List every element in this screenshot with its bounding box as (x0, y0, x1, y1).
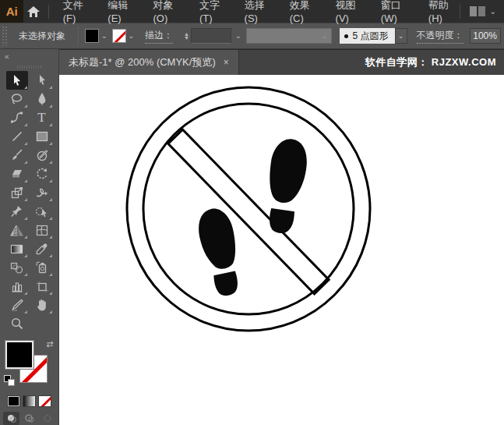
pen-tool[interactable] (31, 90, 53, 108)
draw-normal-mode-button[interactable] (3, 412, 19, 425)
perspective-grid-icon (10, 225, 23, 236)
menu-type[interactable]: 文字(T) (199, 0, 225, 24)
control-bar: 未选择对象 ⌄ ⌄ 描边： ▲▼ ⌄ ⌄ 5 点圆形 ⌄ 不透明度： 100% (0, 23, 504, 49)
hand-icon (36, 299, 48, 311)
selection-arrow-icon (11, 74, 23, 87)
brush-definition-dropdown[interactable]: 5 点圆形 ⌄ (340, 28, 407, 44)
opacity-panel-link[interactable]: 不透明度： (417, 29, 463, 44)
menu-separator (460, 5, 460, 19)
menu-items: 文件(F) 编辑(E) 对象(O) 文字(T) 选择(S) 效果(C) 视图(V… (63, 0, 455, 24)
hand-tool[interactable] (31, 296, 53, 314)
panel-drag-grip[interactable] (2, 26, 8, 46)
slice-tool[interactable] (6, 296, 28, 314)
tool-empty-cell (31, 314, 53, 333)
paintbrush-icon (11, 149, 23, 161)
selection-tool[interactable] (6, 71, 28, 90)
gradient-button[interactable] (23, 395, 36, 407)
draw-inside-icon (43, 414, 52, 423)
watermark-text: 软件自学网： RJZXW.COM (365, 50, 504, 75)
document-tab-bar: 未标题-1* @ 200% (CMYK/预览) × 软件自学网： RJZXW.C… (59, 49, 504, 75)
menu-object[interactable]: 对象(O) (153, 0, 180, 24)
blend-tool[interactable] (6, 258, 28, 277)
artboard-icon (36, 281, 48, 292)
eraser-tool[interactable] (6, 165, 28, 183)
right-shoe-sole (266, 136, 310, 205)
puppet-warp-tool[interactable] (6, 202, 28, 221)
chevron-down-icon[interactable]: ⌄ (129, 32, 135, 40)
document-tab-title: 未标题-1* @ 200% (CMYK/预览) (69, 55, 216, 69)
close-tab-icon[interactable]: × (224, 57, 229, 68)
document-tab[interactable]: 未标题-1* @ 200% (CMYK/预览) × (59, 50, 239, 75)
draw-normal-icon (7, 414, 16, 423)
menu-file[interactable]: 文件(F) (63, 0, 89, 24)
gradient-icon (10, 244, 23, 254)
no-stepping-sign (59, 75, 504, 425)
shape-builder-tool[interactable] (31, 202, 53, 221)
tool-grid: T (0, 71, 58, 333)
brush-definition-value: 5 点圆形 (353, 30, 389, 43)
eyedropper-tool[interactable] (31, 239, 53, 258)
menu-select[interactable]: 选择(S) (245, 0, 270, 24)
workspace-switcher-icon[interactable] (470, 6, 485, 16)
stroke-weight-input[interactable] (191, 28, 231, 44)
default-fill-stroke-icon[interactable] (4, 375, 15, 386)
symbol-sprayer-icon (36, 261, 48, 274)
menu-view[interactable]: 视图(V) (336, 0, 361, 24)
scale-tool[interactable] (6, 183, 28, 202)
pen-icon (37, 93, 48, 105)
blend-icon (10, 262, 23, 274)
direct-selection-tool[interactable] (31, 71, 53, 90)
mesh-tool[interactable] (31, 221, 53, 239)
home-icon (27, 6, 40, 17)
menu-window[interactable]: 窗口(W) (381, 0, 409, 24)
stroke-color-swatch[interactable] (112, 29, 126, 43)
color-button[interactable] (7, 395, 20, 407)
perspective-grid-tool[interactable] (6, 221, 28, 239)
curvature-icon (11, 112, 23, 124)
menu-edit[interactable]: 编辑(E) (107, 0, 133, 24)
chevron-down-icon[interactable]: ⌄ (490, 7, 496, 16)
chevron-down-icon[interactable]: ⌄ (101, 32, 107, 40)
selection-status-label: 未选择对象 (19, 30, 65, 43)
fill-color-swatch[interactable] (85, 29, 99, 43)
column-graph-tool[interactable] (6, 277, 28, 296)
collapse-panel-icon[interactable]: « (5, 52, 9, 61)
panel-grip[interactable] (0, 63, 58, 71)
menu-help[interactable]: 帮助(H) (428, 0, 455, 24)
type-tool[interactable]: T (31, 108, 53, 127)
chevron-down-icon[interactable]: ⌄ (235, 32, 241, 40)
line-segment-tool[interactable] (6, 127, 28, 146)
control-separator (78, 27, 79, 45)
left-shoe-sole (195, 205, 241, 272)
swap-fill-stroke-icon[interactable]: ⇄ (46, 339, 53, 349)
zoom-tool[interactable] (6, 314, 28, 333)
menu-effect[interactable]: 效果(C) (290, 0, 316, 24)
rectangle-tool[interactable] (31, 127, 53, 146)
chevron-down-icon[interactable]: ⌄ (395, 28, 407, 44)
stroke-weight-stepper[interactable]: ▲▼ (184, 32, 189, 40)
drawing-mode-buttons (0, 412, 58, 425)
paintbrush-tool[interactable] (6, 146, 28, 165)
draw-inside-mode-button[interactable] (39, 412, 55, 425)
stroke-panel-link[interactable]: 描边： (145, 29, 173, 44)
lasso-tool[interactable] (6, 90, 28, 108)
symbol-sprayer-tool[interactable] (31, 258, 53, 277)
draw-behind-mode-button[interactable] (21, 412, 37, 425)
artboard-tool[interactable] (31, 277, 53, 296)
rotate-tool[interactable] (31, 165, 53, 183)
artboard-canvas[interactable] (59, 75, 504, 425)
rotate-icon (36, 168, 48, 180)
menu-separator (48, 5, 49, 19)
gradient-tool[interactable] (6, 239, 28, 258)
width-tool[interactable] (31, 183, 53, 202)
opacity-input[interactable]: 100% (470, 28, 501, 44)
chevron-down-icon: ⌄ (322, 32, 328, 40)
fill-well-black[interactable] (5, 341, 33, 369)
type-icon: T (37, 112, 45, 124)
none-button[interactable] (38, 395, 51, 407)
pencil-tool[interactable] (31, 146, 53, 165)
scale-icon (11, 186, 23, 199)
curvature-tool[interactable] (6, 108, 28, 127)
slice-knife-icon (11, 299, 23, 311)
home-button[interactable] (23, 0, 43, 23)
